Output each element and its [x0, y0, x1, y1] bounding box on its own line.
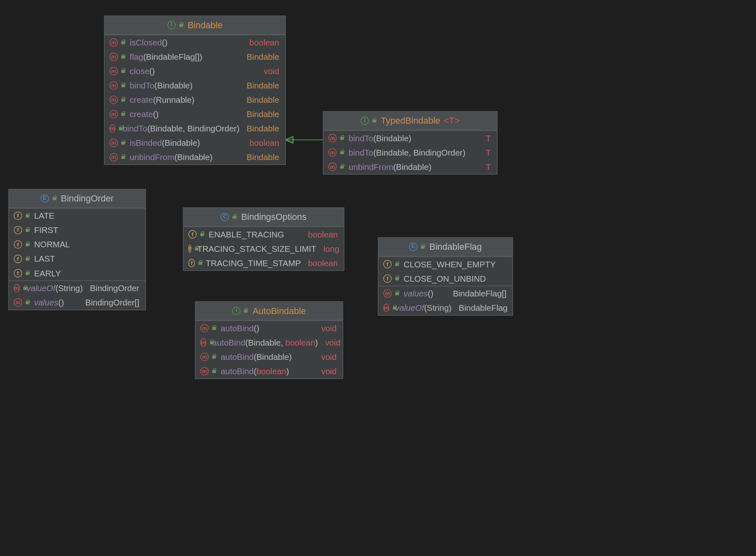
method-signature: values() [404, 289, 434, 298]
field-name: CLOSE_WHEN_EMPTY [404, 260, 496, 269]
return-type: BindableFlag [459, 303, 507, 312]
class-typedbindable[interactable]: I TypedBindable<T> mbindTo(Bindable)Tmbi… [323, 111, 497, 175]
return-type: T [486, 148, 491, 157]
uml-canvas: I Bindable misClosed()booleanmflag(Binda… [0, 0, 756, 556]
method-signature: values() [34, 298, 64, 307]
field-icon: f [188, 259, 195, 267]
field-icon: f [14, 226, 22, 234]
class-title: E BindableFlag [378, 238, 512, 256]
method-row[interactable]: mbindTo(Bindable, BindingOrder)T [324, 145, 497, 160]
method-row[interactable]: munbindFrom(Bindable)T [324, 160, 497, 174]
method-row[interactable]: mbindTo(Bindable)Bindable [105, 78, 285, 93]
method-icon: m [109, 67, 118, 75]
lock-icon [120, 154, 126, 160]
method-signature: bindTo(Bindable) [349, 133, 411, 143]
method-signature: autoBind(Bindable, boolean) [212, 338, 318, 347]
method-icon: m [200, 367, 208, 375]
field-icon: f [14, 269, 22, 277]
lock-icon [420, 244, 426, 250]
lock-icon [394, 276, 400, 282]
method-icon: m [383, 304, 389, 312]
field-name: EARLY [34, 269, 61, 278]
class-name: BindableFlag [430, 242, 482, 252]
field-row[interactable]: fEARLY [9, 266, 145, 280]
return-type: boolean [249, 38, 279, 47]
lock-icon [120, 140, 126, 146]
method-icon: m [14, 298, 22, 307]
lock-icon [120, 97, 126, 103]
method-signature: autoBind(Bindable) [221, 352, 292, 362]
field-icon: f [14, 240, 22, 249]
method-signature: flag(BindableFlag[]) [130, 52, 202, 61]
field-type: long [324, 244, 340, 253]
method-row[interactable]: misBinded(Bindable)boolean [105, 136, 285, 150]
methods-section: misClosed()booleanmflag(BindableFlag[])B… [105, 35, 285, 165]
return-type: Bindable [247, 95, 279, 104]
method-icon: m [383, 289, 392, 298]
method-icon: m [328, 163, 337, 171]
method-signature: autoBind() [221, 323, 259, 333]
method-signature: close() [130, 66, 155, 76]
method-row[interactable]: misClosed()boolean [105, 35, 285, 50]
method-icon: m [109, 52, 118, 61]
class-title: I AutoBindable [195, 302, 342, 320]
return-type: BindingOrder [90, 283, 139, 293]
method-icon: m [109, 153, 118, 161]
field-row[interactable]: fCLOSE_WHEN_EMPTY [378, 257, 512, 271]
fields-section: fCLOSE_WHEN_EMPTYfCLOSE_ON_UNBIND [378, 256, 512, 286]
lock-icon [120, 111, 126, 118]
class-bindingsoptions[interactable]: C BindingsOptions fENABLE_TRACINGboolean… [183, 208, 344, 271]
method-row[interactable]: mautoBind(Bindable)void [195, 350, 342, 364]
return-type: Bindable [247, 109, 279, 119]
field-icon: f [383, 260, 392, 268]
lock-icon [371, 118, 378, 124]
method-row[interactable]: mautoBind()void [195, 321, 342, 335]
class-title: I TypedBindable<T> [324, 112, 497, 130]
field-row[interactable]: fLAST [9, 252, 145, 266]
lock-icon [232, 214, 238, 220]
return-type: T [486, 162, 491, 172]
method-row[interactable]: mvalueOf(String)BindableFlag [378, 301, 512, 315]
class-bindingorder[interactable]: E BindingOrder fLATEfFIRSTfNORMALfLASTfE… [8, 189, 146, 310]
return-type: Bindable [247, 81, 279, 90]
method-row[interactable]: mvalues()BindableFlag[] [378, 286, 512, 301]
lock-icon [339, 149, 345, 156]
field-row[interactable]: fCLOSE_ON_UNBIND [378, 271, 512, 286]
return-type: Bindable [247, 152, 279, 162]
method-row[interactable]: munbindFrom(Bindable)Bindable [105, 150, 285, 164]
field-row[interactable]: fTRACING_TIME_STAMPboolean [183, 256, 344, 270]
class-name: BindingOrder [61, 193, 114, 203]
method-row[interactable]: mautoBind(boolean)void [195, 364, 342, 378]
method-row[interactable]: mcreate(Runnable)Bindable [105, 93, 285, 107]
method-row[interactable]: mautoBind(Bindable, boolean)void [195, 335, 342, 350]
class-bindable[interactable]: I Bindable misClosed()booleanmflag(Binda… [104, 16, 286, 165]
lock-icon [120, 82, 126, 88]
class-bindableflag[interactable]: E BindableFlag fCLOSE_WHEN_EMPTYfCLOSE_O… [378, 237, 513, 316]
field-row[interactable]: fLATE [9, 209, 145, 223]
method-icon: m [109, 124, 115, 133]
method-row[interactable]: mvalues()BindingOrder[] [9, 295, 145, 310]
method-signature: autoBind(boolean) [221, 366, 289, 376]
method-row[interactable]: mvalueOf(String)BindingOrder [9, 281, 145, 295]
field-name: TRACING_STACK_SIZE_LIMIT [197, 244, 316, 253]
method-row[interactable]: mcreate()Bindable [105, 107, 285, 121]
method-row[interactable]: mflag(BindableFlag[])Bindable [105, 50, 285, 64]
method-signature: bindTo(Bindable, BindingOrder) [122, 124, 239, 133]
field-row[interactable]: fTRACING_STACK_SIZE_LIMITlong [183, 242, 344, 256]
lock-icon [211, 354, 217, 360]
method-signature: create() [130, 109, 158, 119]
class-autobindable[interactable]: I AutoBindable mautoBind()voidmautoBind(… [195, 301, 343, 379]
lock-icon [25, 213, 31, 219]
field-row[interactable]: fNORMAL [9, 237, 145, 252]
return-type: void [321, 366, 337, 376]
method-row[interactable]: mbindTo(Bindable, BindingOrder)Bindable [105, 121, 285, 136]
enum-icon: E [409, 242, 417, 251]
method-row[interactable]: mclose()void [105, 64, 285, 78]
method-icon: m [109, 139, 118, 147]
class-name: TypedBindable [381, 115, 440, 126]
method-signature: isClosed() [130, 38, 167, 47]
field-icon: f [14, 255, 22, 263]
method-row[interactable]: mbindTo(Bindable)T [324, 131, 497, 145]
field-row[interactable]: fENABLE_TRACINGboolean [183, 227, 344, 242]
field-row[interactable]: fFIRST [9, 223, 145, 237]
